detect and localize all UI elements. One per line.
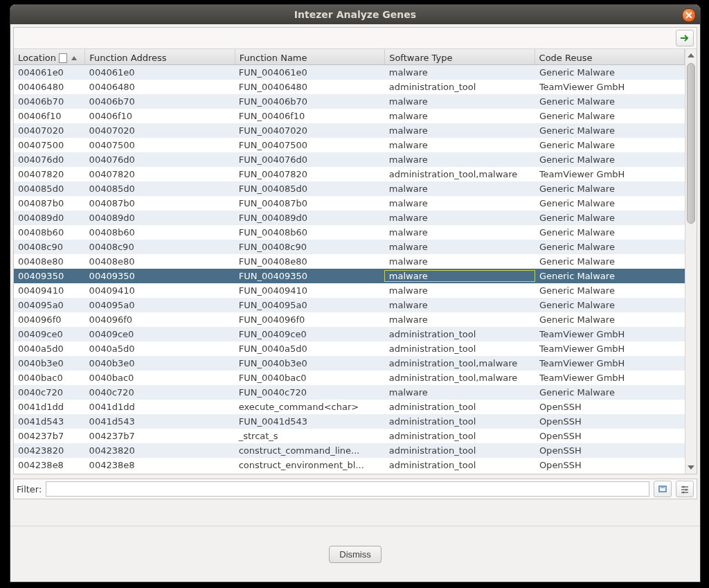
table-cell: Generic Malware — [535, 154, 685, 165]
table-header: Location Function Address Function Name … — [14, 49, 685, 65]
table-container: Location Function Address Function Name … — [14, 49, 697, 474]
table-cell: FUN_0040b3e0 — [235, 358, 384, 368]
table-cell: administration_tool — [384, 343, 535, 355]
table-cell: 004237b7 — [14, 431, 85, 441]
table-row[interactable]: 0040b3e00040b3e0FUN_0040b3e0administrati… — [14, 356, 685, 371]
export-button[interactable] — [676, 30, 694, 46]
vertical-scrollbar[interactable] — [685, 49, 697, 474]
table-cell: 0040b3e0 — [85, 358, 235, 368]
svg-rect-0 — [659, 486, 666, 492]
footer: Dismiss — [10, 526, 700, 582]
filter-options-button[interactable] — [676, 481, 694, 497]
column-header-function-address[interactable]: Function Address — [85, 49, 235, 64]
table-row[interactable]: 004061e0004061e0FUN_004061e0malwareGener… — [14, 65, 685, 80]
table-cell: administration_tool,malware — [384, 372, 535, 384]
table-cell: FUN_004085d0 — [235, 184, 384, 194]
scroll-down-button[interactable] — [685, 461, 697, 474]
table-cell: 00406f10 — [14, 111, 85, 121]
table-row[interactable]: 0042382000423820construct_command_line..… — [14, 443, 685, 458]
table-cell: TeamViewer GmbH — [535, 169, 685, 179]
table-row[interactable]: 0040648000406480FUN_00406480administrati… — [14, 80, 685, 94]
table-cell: 004237b7 — [85, 431, 235, 441]
scroll-up-button[interactable] — [685, 49, 697, 62]
table-row[interactable]: 004095a0004095a0FUN_004095a0malwareGener… — [14, 298, 685, 312]
table-row[interactable]: 00408e8000408e80FUN_00408e80malwareGener… — [14, 254, 685, 269]
close-button[interactable] — [682, 8, 696, 22]
table-cell: FUN_00409350 — [235, 271, 384, 281]
table-cell: 0040c720 — [14, 387, 85, 398]
table-cell: FUN_00409410 — [235, 285, 384, 296]
table-cell: 00408c90 — [14, 242, 85, 252]
table-row[interactable]: 00408b6000408b60FUN_00408b60malwareGener… — [14, 225, 685, 240]
table-row[interactable]: 0040c7200040c720FUN_0040c720malwareGener… — [14, 385, 685, 400]
table-cell: OpenSSH — [535, 445, 685, 456]
table-cell: FUN_00406f10 — [235, 111, 384, 121]
table-cell: 004087b0 — [14, 198, 85, 208]
clear-filter-button[interactable] — [654, 481, 672, 497]
table-cell: FUN_0041d543 — [235, 416, 384, 427]
table-cell: Generic Malware — [535, 227, 685, 238]
table-row[interactable]: 004237b7004237b7_strcat_sadministration_… — [14, 429, 685, 443]
table-row[interactable]: 0040702000407020FUN_00407020malwareGener… — [14, 123, 685, 138]
table-cell: administration_tool — [384, 416, 535, 427]
table-cell: FUN_00406480 — [235, 82, 384, 92]
table-cell: malware — [384, 66, 535, 78]
table-row[interactable]: 00409ce000409ce0FUN_00409ce0administrati… — [14, 327, 685, 341]
table-row[interactable]: 0040782000407820FUN_00407820administrati… — [14, 167, 685, 181]
table-row[interactable]: 0040941000409410FUN_00409410malwareGener… — [14, 283, 685, 298]
table-cell: malware — [384, 110, 535, 122]
table-cell: construct_command_line... — [235, 445, 384, 456]
svg-point-2 — [685, 489, 688, 491]
scroll-track[interactable] — [685, 63, 697, 460]
table-body: 004061e0004061e0FUN_004061e0malwareGener… — [14, 65, 685, 472]
scroll-thumb[interactable] — [687, 63, 695, 224]
table-cell: malware — [384, 197, 535, 209]
table-cell: malware — [384, 96, 535, 107]
table-cell: 004061e0 — [85, 67, 235, 78]
table-row[interactable]: 00408c9000408c90FUN_00408c90malwareGener… — [14, 240, 685, 254]
table-cell: 004096f0 — [14, 314, 85, 325]
table-row[interactable]: 004096f0004096f0FUN_004096f0malwareGener… — [14, 312, 685, 327]
table-cell: administration_tool — [384, 401, 535, 413]
table-cell: 0041d543 — [85, 416, 235, 427]
table-cell: Generic Malware — [535, 285, 685, 296]
table-cell: 004061e0 — [14, 67, 85, 78]
table-cell: TeamViewer GmbH — [535, 329, 685, 339]
column-header-function-name[interactable]: Function Name — [235, 49, 385, 64]
table-row[interactable]: 0040a5d00040a5d0FUN_0040a5d0administrati… — [14, 341, 685, 356]
table-row[interactable]: 004238e8004238e8construct_environment_bl… — [14, 458, 685, 472]
table-row[interactable]: 0040bac00040bac0FUN_0040bac0administrati… — [14, 371, 685, 385]
table-row[interactable]: 0041d5430041d543FUN_0041d543administrati… — [14, 414, 685, 429]
table-row[interactable]: 0041d1dd0041d1ddexecute_command<char>adm… — [14, 400, 685, 414]
table-cell: Generic Malware — [535, 271, 685, 281]
table-cell: 004085d0 — [85, 184, 235, 194]
dismiss-button[interactable]: Dismiss — [329, 546, 382, 563]
table-cell: 004089d0 — [14, 213, 85, 223]
table-cell: malware — [384, 226, 535, 238]
table-cell: 004238e8 — [85, 460, 235, 470]
table-row[interactable]: 00406b7000406b70FUN_00406b70malwareGener… — [14, 94, 685, 109]
table-cell: 00409ce0 — [85, 329, 235, 339]
column-header-software-type[interactable]: Software Type — [385, 49, 535, 64]
table-cell: administration_tool — [384, 459, 535, 471]
filter-input[interactable] — [46, 481, 649, 497]
table-cell: construct_environment_bl... — [235, 460, 384, 470]
column-header-code-reuse[interactable]: Code Reuse — [535, 49, 685, 64]
table-cell: FUN_004089d0 — [235, 213, 384, 223]
table-row[interactable]: 0040935000409350FUN_00409350malwareGener… — [14, 269, 685, 283]
table-cell: 00423820 — [14, 445, 85, 456]
table-cell: 004076d0 — [85, 154, 235, 165]
table-row[interactable]: 00406f1000406f10FUN_00406f10malwareGener… — [14, 109, 685, 123]
sort-asc-icon — [71, 56, 77, 60]
column-label: Software Type — [389, 53, 452, 63]
table-row[interactable]: 004076d0004076d0FUN_004076d0malwareGener… — [14, 152, 685, 167]
table-row[interactable]: 004087b0004087b0FUN_004087b0malwareGener… — [14, 196, 685, 211]
table-cell: FUN_00408e80 — [235, 256, 384, 267]
table-row[interactable]: 004085d0004085d0FUN_004085d0malwareGener… — [14, 181, 685, 196]
table-row[interactable]: 004089d0004089d0FUN_004089d0malwareGener… — [14, 211, 685, 225]
column-header-location[interactable]: Location — [14, 49, 85, 64]
table-cell: malware — [384, 139, 535, 151]
table-cell: Generic Malware — [535, 184, 685, 194]
table-row[interactable]: 0040750000407500FUN_00407500malwareGener… — [14, 138, 685, 152]
table-cell: FUN_00408b60 — [235, 227, 384, 238]
